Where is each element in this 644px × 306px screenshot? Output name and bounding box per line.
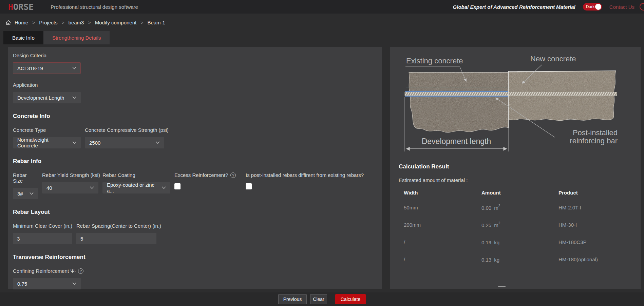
breadcrumb-beam3[interactable]: beam3: [69, 20, 84, 25]
development-length-label: Development length: [422, 137, 491, 146]
brand-tagline: Global Expert of Advanced Reinforcement …: [453, 4, 575, 10]
clear-cover-label: Minimum Clear Cover (in.): [13, 223, 72, 229]
help-icon[interactable]: ?: [78, 268, 83, 274]
reinforcing-bar: [405, 92, 617, 96]
action-footer: Previous Clear Calculate: [0, 292, 644, 306]
chevron-down-icon: [72, 96, 76, 99]
cell-amount: 0.00m2: [481, 205, 558, 211]
dark-mode-label: Dark: [586, 4, 594, 9]
calculate-button[interactable]: Calculate: [335, 294, 366, 304]
concrete-type-select[interactable]: Normalweight Concrete: [13, 137, 81, 148]
development-length-diagram: Development length Existing concrete New…: [395, 50, 629, 157]
clear-button[interactable]: Clear: [310, 294, 327, 304]
tab-strengthening-details[interactable]: Strengthening Details: [43, 31, 110, 44]
tab-basic-info[interactable]: Basic Info: [3, 31, 43, 44]
breadcrumb-separator: >: [88, 20, 91, 25]
breadcrumb: Home > Projects > beam3 > Modify compone…: [0, 14, 644, 29]
concrete-strength-select[interactable]: 2500: [85, 137, 164, 148]
transverse-reinforcement-heading: Transverse Reinforcement: [13, 254, 375, 261]
cell-amount: 0.19kg: [481, 239, 558, 245]
col-product: Product: [558, 190, 641, 196]
rebar-spacing-label: Rebar Spacing(Center to Center) (in.): [76, 223, 156, 229]
excess-reinforcement-checkbox[interactable]: [174, 183, 181, 189]
chevron-down-icon: [156, 141, 160, 144]
application-select[interactable]: Development Length: [13, 92, 81, 103]
concrete-strength-field: Concrete Compressive Strength (psi) 2500: [85, 127, 164, 148]
post-installed-checkbox[interactable]: [246, 183, 252, 189]
home-icon[interactable]: [5, 20, 11, 25]
existing-concrete-block: [405, 68, 511, 136]
cell-product: HM-180(optional): [558, 257, 641, 262]
table-row: / 0.13kg HM-180(optional): [399, 251, 641, 268]
design-criteria-select[interactable]: ACI 318-19: [13, 62, 81, 74]
cell-product: HM-180C3P: [558, 239, 641, 245]
chevron-down-icon: [72, 67, 76, 69]
dark-mode-toggle[interactable]: Dark: [583, 3, 602, 11]
confining-reinforcement-value: 0.75: [17, 281, 27, 287]
concrete-type-value: Normalweight Concrete: [17, 137, 70, 148]
cell-width: /: [404, 239, 481, 245]
rebar-spacing-input[interactable]: [76, 233, 156, 244]
estimated-material-subheading: Estimated amount of material :: [399, 177, 641, 183]
breadcrumb-home[interactable]: Home: [15, 20, 28, 25]
rebar-yield-value: 40: [46, 185, 52, 191]
breadcrumb-separator: >: [140, 20, 143, 25]
clear-cover-input[interactable]: [13, 233, 72, 244]
rebar-coating-field: Rebar Coating Epoxy-coated or zinc a...: [102, 172, 170, 199]
application-label: Application: [13, 82, 375, 88]
concrete-strength-label: Concrete Compressive Strength (psi): [85, 127, 164, 133]
previous-button[interactable]: Previous: [278, 294, 307, 304]
rebar-size-label: Rebar Size: [13, 172, 38, 184]
cell-amount: 0.25m2: [481, 222, 558, 228]
table-row: / 0.19kg HM-180C3P: [399, 233, 641, 251]
rebar-layout-heading: Rebar Layout: [13, 209, 375, 216]
rebar-spacing-field: Rebar Spacing(Center to Center) (in.): [76, 223, 156, 244]
concrete-strength-value: 2500: [89, 140, 100, 146]
calculation-result-heading: Calculation Result: [399, 163, 641, 170]
post-installed-label-line1: Post-installed: [573, 128, 618, 137]
rebar-yield-label: Rebar Yield Strength (ksi): [42, 172, 98, 178]
horizontal-scrollbar-thumb[interactable]: [498, 286, 506, 287]
clear-cover-field: Minimum Clear Cover (in.): [13, 223, 72, 244]
breadcrumb-projects[interactable]: Projects: [39, 20, 57, 25]
rebar-coating-select[interactable]: Epoxy-coated or zinc a...: [102, 182, 170, 193]
rebar-yield-field: Rebar Yield Strength (ksi) 40: [42, 172, 98, 199]
horse-logo[interactable]: HORSE: [8, 3, 34, 11]
tab-bar: Basic Info Strengthening Details: [3, 31, 644, 44]
chevron-down-icon: [72, 282, 76, 285]
contact-us-link[interactable]: Contact Us: [609, 4, 634, 10]
confining-reinforcement-field: Confining Reinforcement Ψᵣ ? 0.75: [13, 268, 375, 289]
chevron-down-icon: [72, 141, 76, 144]
design-criteria-value: ACI 318-19: [17, 65, 43, 71]
breadcrumb-beam-1[interactable]: Beam-1: [147, 20, 165, 25]
logo-red-letter: H: [8, 2, 13, 12]
breadcrumb-separator: >: [32, 20, 35, 25]
cell-product: HM-30-I: [558, 222, 641, 228]
chevron-down-icon: [162, 186, 166, 189]
breadcrumb-modify-component[interactable]: Modify component: [95, 20, 137, 25]
cell-width: 50mm: [404, 205, 481, 210]
breadcrumb-separator: >: [61, 20, 64, 25]
design-criteria-field: Design Criteria ACI 318-19: [13, 53, 375, 74]
design-criteria-label: Design Criteria: [13, 53, 375, 58]
rebar-size-field: Rebar Size 3#: [13, 172, 38, 199]
strengthening-form-panel: Design Criteria ACI 318-19 Application D…: [8, 47, 382, 289]
rebar-coating-value: Epoxy-coated or zinc a...: [107, 182, 159, 193]
help-icon[interactable]: ?: [230, 172, 236, 178]
col-width: Width: [404, 190, 481, 196]
confining-reinforcement-label: Confining Reinforcement Ψᵣ: [13, 268, 76, 274]
cell-width: 200mm: [404, 222, 481, 228]
rebar-coating-label: Rebar Coating: [102, 172, 170, 178]
existing-concrete-label: Existing concrete: [406, 57, 463, 65]
confining-reinforcement-select[interactable]: 0.75: [13, 278, 81, 289]
app-subtitle: Professional structural design software: [51, 4, 138, 10]
rebar-size-select[interactable]: 3#: [13, 188, 38, 199]
chevron-down-icon: [90, 186, 94, 189]
application-field: Application Development Length: [13, 82, 375, 103]
result-table-header: Width Amount Product: [399, 190, 641, 196]
application-value: Development Length: [17, 95, 64, 101]
post-installed-label-line2: reinforcing bar: [570, 137, 618, 145]
concrete-info-heading: Concrete Info: [13, 113, 375, 120]
rebar-yield-select[interactable]: 40: [42, 182, 98, 193]
cell-amount: 0.13kg: [481, 257, 558, 263]
